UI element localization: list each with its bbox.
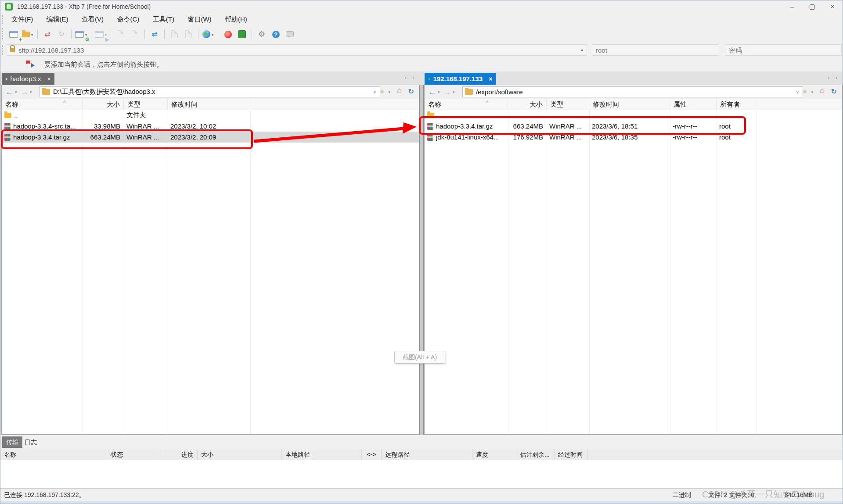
download-button[interactable]: [115, 28, 127, 40]
transfer-col-name[interactable]: 名称: [0, 449, 107, 460]
forward-history-caret[interactable]: ▾: [453, 90, 455, 94]
minimize-button[interactable]: –: [782, 0, 802, 13]
refresh-icon[interactable]: ↻: [831, 87, 837, 96]
session-url-combo[interactable]: sftp://192.168.197.133 ▾: [7, 44, 587, 56]
gear-icon: ⚙: [258, 30, 265, 38]
title-bar: 192.168.197.133 - Xftp 7 (Free for Home/…: [0, 0, 843, 13]
lock-icon: [10, 48, 15, 52]
file-row[interactable]: jdk-8u141-linux-x64... 176.92MB WinRAR .…: [425, 132, 842, 143]
caret-down-icon: ▾: [104, 32, 107, 37]
tab-remote-session[interactable]: ● 192.168.197.133 ×: [425, 73, 496, 85]
file-row[interactable]: hadoop-3.3.4.tar.gz 663.24MB WinRAR ... …: [425, 121, 842, 132]
maximize-button[interactable]: ▢: [802, 0, 822, 13]
menu-edit[interactable]: 编辑(E): [41, 13, 74, 26]
refresh-icon[interactable]: ↻: [408, 87, 414, 96]
file-row[interactable]: .. 文件夹: [2, 110, 419, 121]
file-row[interactable]: ..: [425, 110, 842, 121]
window-bottom-edge: [0, 501, 843, 504]
close-tab-icon[interactable]: ×: [47, 75, 51, 82]
tab-scroll-left-icon[interactable]: ‹: [405, 74, 407, 81]
tab-local-hadoop3x[interactable]: ● hadoop3.x ×: [2, 73, 54, 85]
file-row-selected[interactable]: hadoop-3.3.4.tar.gz 663.24MB WinRAR ... …: [2, 132, 419, 143]
tab-scroll-right-icon[interactable]: ›: [413, 74, 414, 81]
column-header-modified[interactable]: 修改时间: [168, 99, 250, 110]
password-input[interactable]: [725, 46, 841, 54]
paste-button[interactable]: [182, 28, 195, 40]
upload-button[interactable]: [129, 28, 141, 40]
column-header-size[interactable]: 大小: [83, 99, 124, 110]
status-transfer-mode[interactable]: 二进制: [673, 489, 691, 501]
tab-scroll-left-icon[interactable]: ‹: [828, 74, 829, 81]
xagent-button[interactable]: [236, 28, 248, 40]
xshell-button[interactable]: [222, 28, 234, 40]
feedback-button[interactable]: [284, 28, 296, 40]
column-header-name[interactable]: 名称^: [425, 99, 508, 110]
path-combo-caret[interactable]: ∨: [796, 89, 799, 94]
back-icon[interactable]: ←: [428, 87, 436, 97]
transfer-col-progress[interactable]: 进度: [161, 449, 198, 460]
back-icon[interactable]: ←: [5, 87, 14, 97]
favorites-caret[interactable]: ▾: [811, 90, 813, 94]
transfer-col-eta[interactable]: 估计剩余...: [516, 449, 555, 460]
folder-icon: [42, 89, 50, 95]
back-history-caret[interactable]: ▾: [438, 90, 440, 94]
reconnect-button[interactable]: ↻: [55, 28, 68, 40]
disconnect-button[interactable]: ⇄: [41, 28, 54, 40]
transfer-sync-button[interactable]: ⇄: [148, 28, 161, 40]
caret-down-icon: ▾: [211, 32, 213, 37]
favorites-star-icon[interactable]: ★: [379, 87, 385, 96]
transfer-col-status[interactable]: 状态: [107, 449, 161, 460]
archive-icon: [427, 134, 433, 141]
tab-log[interactable]: 日志: [21, 436, 41, 448]
home-icon[interactable]: ⌂: [820, 86, 825, 95]
menu-command[interactable]: 命令(C): [112, 13, 145, 26]
help-button[interactable]: ?: [270, 28, 282, 40]
menu-window[interactable]: 窗口(W): [182, 13, 217, 26]
transfer-col-local-path[interactable]: 本地路径: [282, 449, 362, 460]
forward-icon[interactable]: →: [20, 87, 29, 97]
column-header-modified[interactable]: 修改时间: [589, 99, 670, 110]
caret-down-icon[interactable]: ▾: [581, 48, 583, 53]
transfer-col-speed[interactable]: 速度: [472, 449, 516, 460]
tab-transfer[interactable]: 传输: [2, 436, 22, 448]
new-session-button[interactable]: +: [7, 28, 20, 40]
menu-tools[interactable]: 工具(T): [147, 13, 180, 26]
execute-button[interactable]: ▶▾: [95, 28, 107, 40]
column-header-owner[interactable]: 所有者: [717, 99, 756, 110]
column-header-type[interactable]: 类型: [124, 99, 168, 110]
column-header-name[interactable]: 名称^: [2, 99, 83, 110]
back-history-caret[interactable]: ▾: [15, 90, 17, 94]
transfer-col-direction[interactable]: <->: [362, 449, 382, 460]
copy-button[interactable]: [168, 28, 180, 40]
home-icon[interactable]: ⌂: [397, 86, 402, 95]
settings-button[interactable]: ⚙: [256, 28, 268, 40]
menu-view[interactable]: 查看(V): [76, 13, 109, 26]
paste-doc-icon: [185, 30, 192, 38]
transfer-col-elapsed[interactable]: 经过时间: [555, 449, 588, 460]
column-header-empty: [250, 99, 419, 110]
file-row[interactable]: hadoop-3.3.4-src.ta... 33.98MB WinRAR ..…: [2, 121, 419, 132]
local-path-input[interactable]: D:\工具包\大数据安装包\hadoop3.x ∨: [40, 86, 380, 97]
column-header-attr[interactable]: 属性: [670, 99, 717, 110]
open-button[interactable]: ▾: [22, 28, 34, 40]
forward-icon[interactable]: →: [443, 87, 451, 97]
remote-path-input[interactable]: /export/software ∨: [462, 86, 803, 97]
column-header-type[interactable]: 类型: [547, 99, 589, 110]
properties-button[interactable]: ⚙▾: [75, 28, 87, 40]
path-combo-caret[interactable]: ∨: [373, 89, 376, 94]
forward-history-caret[interactable]: ▾: [30, 90, 32, 94]
close-tab-icon[interactable]: ×: [489, 75, 492, 82]
pane-splitter[interactable]: [419, 85, 424, 435]
bookmark-flag-icon[interactable]: [26, 61, 30, 67]
menu-file[interactable]: 文件(F): [6, 13, 39, 26]
transfer-col-size[interactable]: 大小: [198, 449, 282, 460]
column-header-size[interactable]: 大小: [508, 99, 547, 110]
close-window-button[interactable]: ×: [822, 0, 843, 13]
menu-help[interactable]: 帮助(H): [219, 13, 253, 26]
web-button[interactable]: ▾: [202, 28, 214, 40]
username-input[interactable]: [592, 46, 719, 54]
tab-scroll-right-icon[interactable]: ›: [836, 74, 837, 81]
favorites-star-icon[interactable]: ★: [802, 87, 808, 96]
favorites-caret[interactable]: ▾: [388, 90, 390, 94]
transfer-col-remote-path[interactable]: 远程路径: [382, 449, 472, 460]
